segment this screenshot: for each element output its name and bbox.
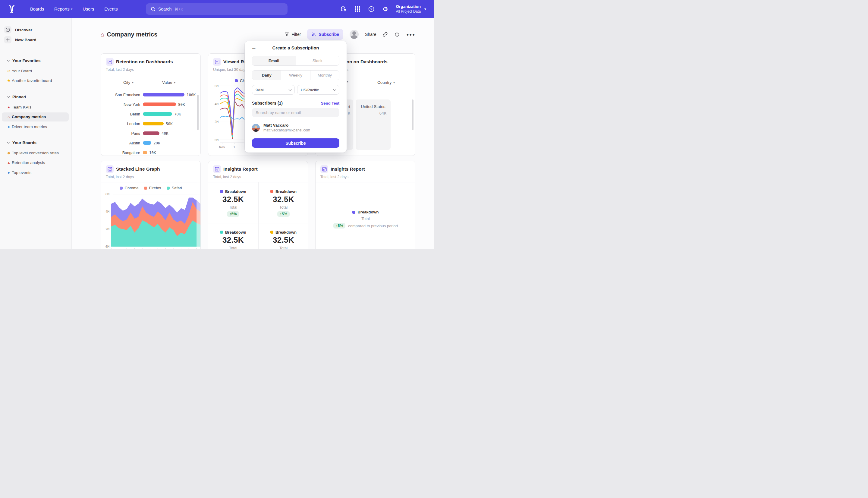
legend-item-firefox: Firefox (144, 186, 161, 190)
board-item-label: Top level conversion rates (12, 151, 59, 155)
mixpanel-logo-icon[interactable] (8, 5, 16, 13)
card-title: Stacked Line Graph (116, 167, 160, 172)
legend-color-dot (144, 187, 147, 189)
search-placeholder: Search (158, 6, 172, 11)
metric-block: Breakdown Total ↑5% compared to previous… (316, 210, 415, 228)
section-label: Pinned (12, 95, 26, 99)
nav-item-boards[interactable]: Boards (30, 6, 44, 11)
table-row[interactable]: Bangalore10K (101, 148, 201, 156)
metric-sub: Total (279, 246, 288, 249)
svg-text:4M: 4M (215, 102, 219, 106)
sidebar-item-discover[interactable]: Discover (0, 25, 72, 34)
column-header-value[interactable]: Value▾ (162, 80, 175, 85)
subscribe-label: Subscribe (319, 32, 339, 37)
sidebar-item-new-board[interactable]: New Board (0, 35, 72, 44)
org-switcher[interactable]: Organization All Project Data ▼ (396, 4, 427, 14)
scrollbar[interactable] (197, 95, 199, 130)
frequency-tabs: Daily Weekly Monthly (252, 70, 339, 80)
timezone-select[interactable]: US/Pacific (297, 85, 339, 95)
filter-button[interactable]: Filter (284, 32, 301, 37)
apps-grid-icon[interactable] (354, 6, 361, 12)
table-row[interactable]: San Francisco100K (101, 90, 201, 100)
city-label: New York (104, 102, 140, 107)
nav-item-reports[interactable]: Reports▾ (54, 6, 72, 11)
sidebar-item-company-metrics[interactable]: ⌂Company metrics (2, 113, 69, 121)
board-emoji: ⌂ (6, 115, 12, 119)
channel-tabs: Email Slack (252, 56, 339, 66)
nav-item-events[interactable]: Events (104, 6, 118, 11)
column-header-hidden[interactable]: ▾ (347, 80, 348, 83)
card-subtitle: Total, last 2 days (106, 175, 134, 179)
board-emoji: ● (6, 170, 12, 175)
table-row[interactable]: London50K (101, 119, 201, 128)
series-color-dot (352, 211, 355, 214)
scrollbar[interactable] (412, 100, 414, 130)
sidebar-item-another-favorite-board[interactable]: ★Another favorite board (2, 76, 69, 85)
table-row[interactable]: Paris40K (101, 128, 201, 138)
favorite-heart-button[interactable] (394, 32, 400, 37)
tab-weekly[interactable]: Weekly (281, 70, 310, 80)
more-options-button[interactable]: ●●● (406, 32, 415, 37)
sidebar-item-top-level-conversion-rates[interactable]: ☻Top level conversion rates (2, 148, 69, 157)
sidebar-item-team-kpis[interactable]: ●Team KPIs (2, 103, 69, 112)
subscriber-row[interactable]: Matt Vaccaro matt.vaccaro@mixpanel.com (252, 123, 339, 133)
avatar[interactable] (350, 30, 359, 39)
report-chart-icon (213, 165, 221, 173)
metric-label: Breakdown (225, 230, 246, 235)
sidebar-section-your-boards[interactable]: Your Boards (0, 139, 72, 146)
nav-item-users[interactable]: Users (83, 6, 94, 11)
sidebar-section-pinned[interactable]: Pinned (0, 93, 72, 101)
nav-item-label: Reports (54, 6, 70, 11)
tab-email[interactable]: Email (252, 56, 296, 65)
card-title: Insights Report (331, 167, 365, 172)
metric-header: Breakdown (220, 189, 246, 194)
bar-fill (143, 112, 172, 116)
column-header-city[interactable]: City▾ (123, 80, 134, 85)
sidebar-item-retention-analysis[interactable]: ▲Retention analysis (2, 158, 69, 167)
tab-slack[interactable]: Slack (296, 56, 339, 65)
board-item-label: Team KPIs (12, 105, 31, 109)
metric-header: Breakdown (220, 230, 246, 235)
bar (143, 151, 147, 154)
time-select[interactable]: 9AM (252, 85, 295, 95)
tab-monthly[interactable]: Monthly (310, 70, 339, 80)
data-management-icon[interactable] (340, 6, 347, 12)
send-test-link[interactable]: Send Test (321, 101, 339, 105)
subscribe-button[interactable]: Subscribe (307, 29, 343, 40)
sidebar-item-your-board[interactable]: ☺Your Board (2, 66, 69, 75)
board-item-label: Retention analysis (12, 160, 45, 165)
chart-legend: ChromeFirefoxSafari (101, 186, 200, 190)
sidebar-item-label: Discover (15, 28, 32, 32)
legend-color-dot (120, 187, 123, 189)
sidebar-item-driver-team-metrics[interactable]: ●Driver team metrics (2, 122, 69, 131)
card-subtitle: Total, last 2 days (213, 175, 241, 179)
help-icon[interactable]: ? (368, 6, 375, 12)
search-icon (151, 6, 156, 11)
subscriber-search-input[interactable] (252, 108, 339, 117)
share-label: Share (365, 32, 376, 37)
sidebar-section-your-favorites[interactable]: Your Favorites (0, 57, 72, 65)
page-title: ⌂ Company metrics (101, 31, 157, 38)
svg-text:0M: 0M (106, 245, 110, 249)
settings-gear-icon[interactable]: ⚙ (382, 6, 388, 12)
table-row[interactable]: Austin20K (101, 138, 201, 148)
bar (143, 103, 176, 106)
metric-block: Breakdown32.5KTotal↑5% (208, 223, 258, 249)
share-button[interactable]: Share (365, 32, 376, 37)
legend-item-safari: Safari (167, 186, 182, 190)
board-item-label: Company metrics (12, 115, 46, 119)
delta-badge: ↑5% (277, 211, 289, 217)
modal-subscribe-button[interactable]: Subscribe (252, 139, 339, 148)
copy-link-button[interactable] (383, 32, 388, 37)
tab-daily[interactable]: Daily (252, 70, 281, 80)
metric-value: 32.5K (223, 235, 244, 245)
bar-fill (143, 103, 176, 106)
svg-text:Nov: Nov (219, 145, 225, 149)
page-actions: Filter Subscribe Share ●●● (284, 29, 415, 40)
search-input[interactable]: Search ⌘+K (146, 3, 288, 15)
sidebar-item-top-events[interactable]: ●Top events (2, 168, 69, 177)
table-row[interactable]: New York80K (101, 100, 201, 109)
table-row[interactable]: Berlin70K (101, 109, 201, 119)
bar-fill (143, 151, 147, 154)
column-header-country[interactable]: Country▾ (377, 80, 395, 85)
